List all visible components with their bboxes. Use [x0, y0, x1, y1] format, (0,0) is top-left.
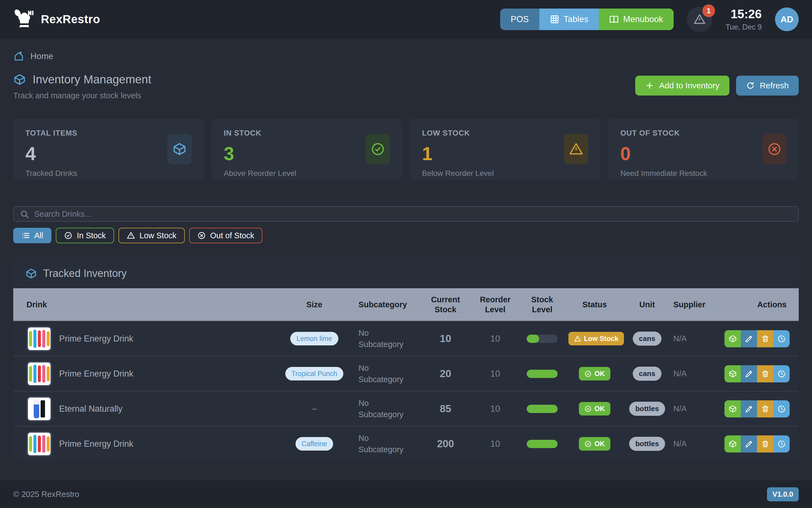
stock-button[interactable]: [724, 400, 741, 417]
history-button[interactable]: [773, 330, 789, 347]
stock-button[interactable]: [724, 365, 741, 382]
alert-count-badge: 1: [702, 4, 715, 17]
stock-button[interactable]: [724, 330, 741, 347]
stat-caption: Above Reorder Level: [224, 169, 296, 178]
row-actions: [724, 435, 789, 453]
nav-menubook-button[interactable]: Menubook: [599, 8, 674, 30]
nav-tables-label: Tables: [564, 14, 588, 24]
cube-icon-tile: [167, 134, 192, 164]
check-circle-icon: [584, 405, 592, 413]
cube-icon: [729, 335, 737, 343]
add-to-inventory-label: Add to Inventory: [659, 81, 719, 90]
cube-icon: [729, 405, 737, 413]
brand-name: RexRestro: [41, 13, 100, 26]
stats-row: TOTAL ITEMS 4 Tracked Drinks IN STOCK 3 …: [13, 119, 799, 180]
alerts-button[interactable]: 1: [687, 7, 712, 32]
check-circle-icon: [584, 370, 592, 377]
col-header-unit: Unit: [624, 300, 671, 309]
drink-thumbnail: [27, 396, 52, 422]
current-stock: 200: [419, 438, 472, 450]
drink-name: Prime Energy Drink: [59, 334, 133, 344]
clock-icon: [777, 405, 786, 413]
warning-icon-tile: [564, 134, 588, 164]
filter-all-button[interactable]: All: [13, 228, 51, 243]
user-avatar[interactable]: AD: [775, 7, 799, 31]
clock-icon: [777, 440, 786, 448]
status-badge: Low Stock: [568, 332, 624, 345]
refresh-icon: [746, 81, 755, 90]
table-row: Prime Energy Drink Caffeine No Subcatego…: [13, 426, 799, 461]
refresh-button[interactable]: Refresh: [736, 76, 799, 95]
trash-icon: [761, 440, 769, 448]
pencil-icon: [745, 405, 753, 413]
edit-button[interactable]: [741, 330, 757, 347]
nav-pos-button[interactable]: POS: [500, 8, 539, 30]
size-badge: Lemon lime: [290, 332, 338, 345]
breadcrumb-home-label: Home: [30, 51, 53, 61]
warning-triangle-icon: [127, 231, 135, 240]
subcategory: No Subcategory: [359, 433, 410, 455]
tracked-inventory-card: Tracked Inventory Drink Size Subcategory…: [13, 257, 799, 461]
nav-tables-button[interactable]: Tables: [539, 8, 599, 30]
delete-button[interactable]: [757, 435, 773, 453]
supplier: N/A: [671, 404, 722, 413]
unit-badge: bottles: [629, 437, 665, 451]
stat-caption: Below Reorder Level: [422, 169, 494, 178]
supplier: N/A: [671, 369, 722, 378]
stat-card-in-stock: IN STOCK 3 Above Reorder Level: [211, 119, 402, 180]
edit-button[interactable]: [741, 400, 757, 417]
check-circle-icon: [64, 231, 72, 240]
mode-switcher: POS Tables Menubook: [500, 8, 674, 30]
stat-value: 3: [224, 144, 296, 163]
delete-button[interactable]: [757, 365, 773, 382]
search-input[interactable]: [13, 206, 799, 222]
size-badge: Tropical Punch: [285, 367, 343, 380]
pencil-icon: [745, 335, 753, 343]
current-stock: 10: [419, 333, 472, 345]
current-stock: 20: [419, 368, 472, 380]
history-button[interactable]: [773, 400, 789, 417]
stat-caption: Need Immediate Restock: [620, 169, 707, 178]
add-to-inventory-button[interactable]: Add to Inventory: [635, 76, 729, 95]
clock-icon: [777, 370, 786, 378]
stat-value: 1: [422, 144, 494, 163]
reorder-level: 10: [472, 334, 519, 344]
current-stock: 85: [419, 403, 472, 415]
edit-button[interactable]: [741, 435, 757, 453]
unit-badge: cans: [633, 367, 661, 381]
drink-name: Prime Energy Drink: [59, 439, 133, 449]
stock-button[interactable]: [724, 435, 741, 453]
drink-thumbnail: [27, 431, 52, 457]
clock: 15:26 Tue, Dec 9: [726, 7, 762, 32]
nav-menubook-label: Menubook: [623, 14, 663, 24]
history-button[interactable]: [773, 435, 789, 453]
filter-in-stock-label: In Stock: [77, 231, 106, 240]
filter-all-label: All: [34, 231, 43, 240]
table-row: Eternal Naturally – No Subcategory 85 10…: [13, 391, 799, 426]
top-navbar: RexRestro POS Tables Menubook 1 15:26 Tu…: [0, 0, 812, 39]
edit-button[interactable]: [741, 365, 757, 382]
filter-low-stock-button[interactable]: Low Stock: [119, 228, 185, 243]
col-header-supplier: Supplier: [671, 300, 722, 309]
drink-thumbnail: [27, 361, 52, 386]
delete-button[interactable]: [757, 330, 773, 347]
filter-out-of-stock-button[interactable]: Out of Stock: [189, 228, 263, 243]
brand: RexRestro: [13, 8, 100, 30]
clock-icon: [777, 335, 786, 343]
warning-triangle-icon: [569, 142, 583, 156]
delete-button[interactable]: [757, 400, 773, 417]
status-label: OK: [594, 440, 605, 448]
filter-in-stock-button[interactable]: In Stock: [56, 228, 114, 243]
filter-bar: All In Stock Low Stock Out of Stock: [13, 228, 799, 243]
table-row: Prime Energy Drink Lemon lime No Subcate…: [13, 321, 799, 356]
x-circle-icon: [767, 142, 782, 156]
history-button[interactable]: [773, 365, 789, 382]
stat-label: OUT OF STOCK: [620, 129, 707, 137]
breadcrumb[interactable]: Home: [13, 51, 53, 62]
supplier: N/A: [671, 334, 722, 343]
version-badge: V1.0.0: [767, 487, 799, 501]
stat-label: LOW STOCK: [422, 129, 494, 137]
col-header-actions: Actions: [722, 300, 799, 309]
row-actions: [724, 330, 789, 347]
stat-label: IN STOCK: [224, 129, 296, 137]
